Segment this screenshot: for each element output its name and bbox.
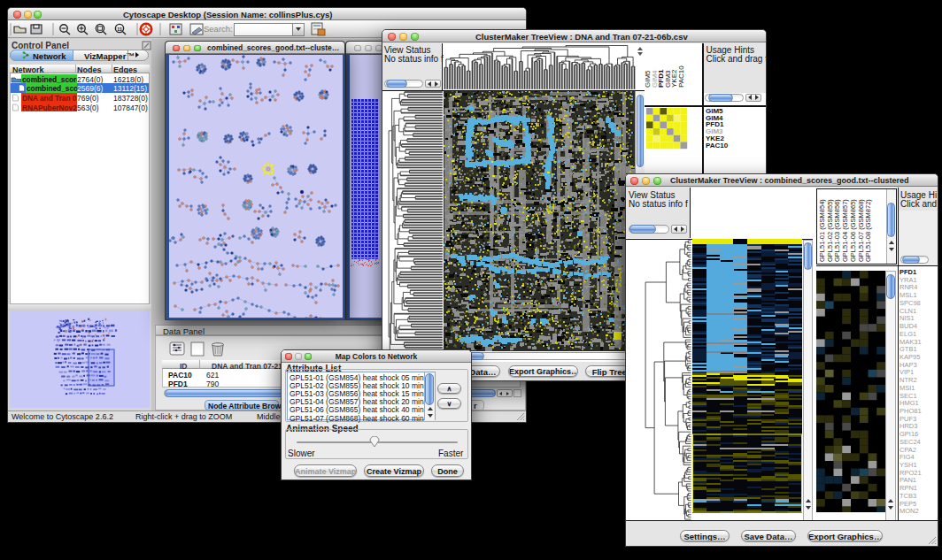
svg-text:11: 11	[117, 27, 122, 32]
svg-text:GPL51-06 (GSM865): GPL51-06 (GSM865)	[849, 199, 857, 262]
svg-text:GPL51-03 (GSM856): GPL51-03 (GSM856)	[833, 199, 841, 262]
svg-text:GPL51-02 (GSM855): GPL51-02 (GSM855)	[826, 199, 834, 262]
svg-text:GPL51-08 (GSM872): GPL51-08 (GSM872)	[864, 199, 872, 262]
svg-text:GPL51-07 (GSM868): GPL51-07 (GSM868)	[857, 199, 865, 262]
svg-text:PAC10: PAC10	[677, 65, 685, 88]
svg-text:GPL51-04 (GSM857): GPL51-04 (GSM857)	[841, 199, 849, 262]
svg-text:GPL51-01 (GSM854): GPL51-01 (GSM854)	[818, 199, 826, 262]
